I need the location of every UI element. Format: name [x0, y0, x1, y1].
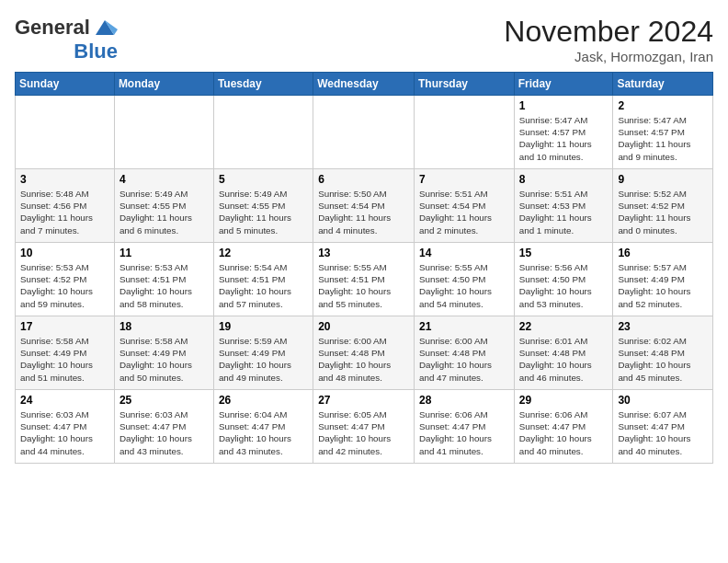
- weekday-header: Friday: [514, 73, 613, 96]
- calendar-cell: 25Sunrise: 6:03 AM Sunset: 4:47 PM Dayli…: [114, 390, 213, 464]
- day-info: Sunrise: 6:01 AM Sunset: 4:48 PM Dayligh…: [519, 335, 609, 384]
- calendar-cell: 5Sunrise: 5:49 AM Sunset: 4:55 PM Daylig…: [213, 169, 313, 243]
- day-number: 27: [318, 394, 409, 407]
- day-info: Sunrise: 5:49 AM Sunset: 4:55 PM Dayligh…: [119, 188, 209, 236]
- calendar-cell: 3Sunrise: 5:48 AM Sunset: 4:56 PM Daylig…: [16, 169, 115, 243]
- logo-general: General: [15, 17, 90, 39]
- day-number: 20: [318, 320, 409, 333]
- day-info: Sunrise: 5:57 AM Sunset: 4:49 PM Dayligh…: [618, 261, 708, 310]
- day-info: Sunrise: 5:58 AM Sunset: 4:49 PM Dayligh…: [119, 335, 209, 384]
- day-number: 11: [119, 247, 209, 259]
- day-info: Sunrise: 5:51 AM Sunset: 4:54 PM Dayligh…: [419, 188, 509, 236]
- day-number: 2: [618, 99, 708, 112]
- day-info: Sunrise: 6:05 AM Sunset: 4:47 PM Dayligh…: [318, 408, 409, 457]
- day-number: 26: [219, 394, 308, 407]
- page-header: General Blue November 2024 Jask, Hormozg…: [15, 15, 713, 64]
- day-number: 23: [618, 320, 708, 333]
- day-number: 6: [318, 173, 409, 186]
- calendar-cell: 29Sunrise: 6:06 AM Sunset: 4:47 PM Dayli…: [514, 390, 613, 464]
- day-number: 25: [119, 394, 209, 407]
- calendar-cell: 23Sunrise: 6:02 AM Sunset: 4:48 PM Dayli…: [613, 316, 713, 390]
- day-info: Sunrise: 5:49 AM Sunset: 4:55 PM Dayligh…: [219, 188, 308, 236]
- day-info: Sunrise: 5:51 AM Sunset: 4:53 PM Dayligh…: [519, 188, 609, 236]
- calendar-week-row: 17Sunrise: 5:58 AM Sunset: 4:49 PM Dayli…: [16, 316, 713, 390]
- day-info: Sunrise: 6:06 AM Sunset: 4:47 PM Dayligh…: [419, 408, 509, 457]
- calendar-cell: 9Sunrise: 5:52 AM Sunset: 4:52 PM Daylig…: [613, 169, 713, 243]
- day-number: 10: [20, 247, 109, 259]
- calendar-cell: 7Sunrise: 5:51 AM Sunset: 4:54 PM Daylig…: [415, 169, 515, 243]
- calendar-cell: 26Sunrise: 6:04 AM Sunset: 4:47 PM Dayli…: [213, 390, 313, 464]
- day-number: 8: [519, 173, 609, 186]
- day-info: Sunrise: 5:52 AM Sunset: 4:52 PM Dayligh…: [618, 188, 708, 236]
- day-number: 29: [519, 394, 609, 407]
- day-number: 1: [519, 99, 609, 112]
- weekday-header: Sunday: [16, 73, 115, 96]
- day-info: Sunrise: 6:00 AM Sunset: 4:48 PM Dayligh…: [419, 335, 509, 384]
- day-info: Sunrise: 5:55 AM Sunset: 4:50 PM Dayligh…: [419, 261, 509, 310]
- location-subtitle: Jask, Hormozgan, Iran: [504, 49, 713, 64]
- day-number: 14: [419, 247, 509, 259]
- logo-blue: Blue: [74, 40, 118, 63]
- day-number: 19: [219, 320, 308, 333]
- day-number: 3: [20, 173, 109, 186]
- day-info: Sunrise: 5:56 AM Sunset: 4:50 PM Dayligh…: [519, 261, 609, 310]
- calendar-cell: 1Sunrise: 5:47 AM Sunset: 4:57 PM Daylig…: [514, 96, 613, 169]
- day-info: Sunrise: 5:53 AM Sunset: 4:52 PM Dayligh…: [20, 261, 109, 310]
- day-number: 15: [519, 247, 609, 259]
- calendar-cell: 17Sunrise: 5:58 AM Sunset: 4:49 PM Dayli…: [16, 316, 115, 390]
- calendar-cell: [114, 96, 213, 169]
- day-number: 21: [419, 320, 509, 333]
- calendar-cell: 6Sunrise: 5:50 AM Sunset: 4:54 PM Daylig…: [313, 169, 415, 243]
- day-info: Sunrise: 6:07 AM Sunset: 4:47 PM Dayligh…: [618, 408, 708, 457]
- day-info: Sunrise: 6:03 AM Sunset: 4:47 PM Dayligh…: [119, 408, 209, 457]
- calendar-cell: 12Sunrise: 5:54 AM Sunset: 4:51 PM Dayli…: [213, 243, 313, 316]
- calendar-cell: 2Sunrise: 5:47 AM Sunset: 4:57 PM Daylig…: [613, 96, 713, 169]
- calendar-cell: [213, 96, 313, 169]
- day-info: Sunrise: 5:50 AM Sunset: 4:54 PM Dayligh…: [318, 188, 409, 236]
- day-number: 4: [119, 173, 209, 186]
- calendar-cell: 22Sunrise: 6:01 AM Sunset: 4:48 PM Dayli…: [514, 316, 613, 390]
- day-info: Sunrise: 5:48 AM Sunset: 4:56 PM Dayligh…: [20, 188, 109, 236]
- day-number: 12: [219, 247, 308, 259]
- logo-icon: [92, 15, 118, 40]
- day-number: 28: [419, 394, 509, 407]
- calendar-cell: [313, 96, 415, 169]
- day-info: Sunrise: 6:04 AM Sunset: 4:47 PM Dayligh…: [219, 408, 308, 457]
- calendar-cell: [16, 96, 115, 169]
- day-info: Sunrise: 5:47 AM Sunset: 4:57 PM Dayligh…: [519, 114, 609, 163]
- calendar-cell: 8Sunrise: 5:51 AM Sunset: 4:53 PM Daylig…: [514, 169, 613, 243]
- weekday-header: Wednesday: [313, 73, 415, 96]
- calendar-cell: 28Sunrise: 6:06 AM Sunset: 4:47 PM Dayli…: [415, 390, 515, 464]
- logo: General Blue: [15, 15, 118, 63]
- calendar-cell: 27Sunrise: 6:05 AM Sunset: 4:47 PM Dayli…: [313, 390, 415, 464]
- calendar-table: SundayMondayTuesdayWednesdayThursdayFrid…: [15, 72, 713, 464]
- calendar-week-row: 10Sunrise: 5:53 AM Sunset: 4:52 PM Dayli…: [16, 243, 713, 316]
- calendar-cell: 30Sunrise: 6:07 AM Sunset: 4:47 PM Dayli…: [613, 390, 713, 464]
- calendar-cell: 19Sunrise: 5:59 AM Sunset: 4:49 PM Dayli…: [213, 316, 313, 390]
- day-info: Sunrise: 6:03 AM Sunset: 4:47 PM Dayligh…: [20, 408, 109, 457]
- day-info: Sunrise: 5:53 AM Sunset: 4:51 PM Dayligh…: [119, 261, 209, 310]
- calendar-cell: 20Sunrise: 6:00 AM Sunset: 4:48 PM Dayli…: [313, 316, 415, 390]
- calendar-cell: 4Sunrise: 5:49 AM Sunset: 4:55 PM Daylig…: [114, 169, 213, 243]
- calendar-body: 1Sunrise: 5:47 AM Sunset: 4:57 PM Daylig…: [16, 96, 713, 464]
- day-info: Sunrise: 6:02 AM Sunset: 4:48 PM Dayligh…: [618, 335, 708, 384]
- calendar-cell: 24Sunrise: 6:03 AM Sunset: 4:47 PM Dayli…: [16, 390, 115, 464]
- day-info: Sunrise: 6:00 AM Sunset: 4:48 PM Dayligh…: [318, 335, 409, 384]
- day-number: 13: [318, 247, 409, 259]
- month-title: November 2024: [504, 15, 713, 49]
- day-number: 16: [618, 247, 708, 259]
- day-number: 17: [20, 320, 109, 333]
- day-info: Sunrise: 5:58 AM Sunset: 4:49 PM Dayligh…: [20, 335, 109, 384]
- day-number: 5: [219, 173, 308, 186]
- calendar-week-row: 1Sunrise: 5:47 AM Sunset: 4:57 PM Daylig…: [16, 96, 713, 169]
- weekday-header: Saturday: [613, 73, 713, 96]
- day-number: 9: [618, 173, 708, 186]
- day-number: 30: [618, 394, 708, 407]
- calendar-cell: 14Sunrise: 5:55 AM Sunset: 4:50 PM Dayli…: [415, 243, 515, 316]
- calendar-cell: [415, 96, 515, 169]
- day-number: 18: [119, 320, 209, 333]
- calendar-cell: 16Sunrise: 5:57 AM Sunset: 4:49 PM Dayli…: [613, 243, 713, 316]
- calendar-cell: 21Sunrise: 6:00 AM Sunset: 4:48 PM Dayli…: [415, 316, 515, 390]
- day-info: Sunrise: 5:55 AM Sunset: 4:51 PM Dayligh…: [318, 261, 409, 310]
- weekday-header: Monday: [114, 73, 213, 96]
